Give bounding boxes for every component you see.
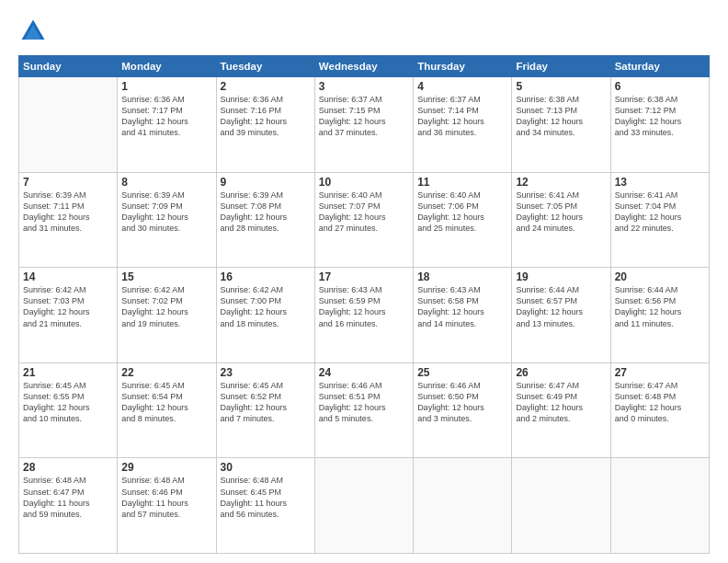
calendar-cell: 28Sunrise: 6:48 AM Sunset: 6:47 PM Dayli…	[19, 458, 118, 554]
day-number: 13	[615, 176, 705, 189]
logo-icon	[18, 17, 48, 46]
day-number: 11	[417, 176, 507, 189]
day-info: Sunrise: 6:48 AM Sunset: 6:45 PM Dayligh…	[221, 475, 311, 520]
day-number: 19	[516, 270, 606, 283]
day-info: Sunrise: 6:45 AM Sunset: 6:54 PM Dayligh…	[121, 380, 211, 425]
calendar-cell: 25Sunrise: 6:46 AM Sunset: 6:50 PM Dayli…	[414, 362, 512, 458]
day-info: Sunrise: 6:41 AM Sunset: 7:05 PM Dayligh…	[516, 190, 606, 235]
day-info: Sunrise: 6:48 AM Sunset: 6:47 PM Dayligh…	[23, 475, 113, 520]
day-info: Sunrise: 6:40 AM Sunset: 7:06 PM Dayligh…	[417, 190, 507, 235]
weekday-header-tuesday: Tuesday	[216, 56, 314, 77]
calendar-cell	[414, 458, 512, 554]
calendar-cell	[19, 77, 118, 173]
day-number: 4	[417, 80, 507, 93]
calendar-cell	[610, 458, 709, 554]
calendar-cell: 6Sunrise: 6:38 AM Sunset: 7:12 PM Daylig…	[610, 77, 709, 173]
page: SundayMondayTuesdayWednesdayThursdayFrid…	[0, 0, 728, 563]
day-info: Sunrise: 6:44 AM Sunset: 6:56 PM Dayligh…	[615, 284, 705, 329]
calendar-cell: 24Sunrise: 6:46 AM Sunset: 6:51 PM Dayli…	[314, 362, 413, 458]
calendar-cell: 16Sunrise: 6:42 AM Sunset: 7:00 PM Dayli…	[216, 268, 314, 363]
day-number: 9	[221, 176, 311, 189]
day-number: 29	[121, 461, 211, 474]
day-info: Sunrise: 6:39 AM Sunset: 7:08 PM Dayligh…	[221, 190, 311, 235]
calendar-cell: 9Sunrise: 6:39 AM Sunset: 7:08 PM Daylig…	[216, 172, 314, 268]
calendar-cell: 4Sunrise: 6:37 AM Sunset: 7:14 PM Daylig…	[414, 77, 512, 173]
day-number: 10	[319, 176, 409, 189]
calendar-cell: 11Sunrise: 6:40 AM Sunset: 7:06 PM Dayli…	[414, 172, 512, 268]
day-number: 8	[121, 176, 211, 189]
calendar-cell: 5Sunrise: 6:38 AM Sunset: 7:13 PM Daylig…	[512, 77, 610, 173]
weekday-header-sunday: Sunday	[19, 56, 118, 77]
day-info: Sunrise: 6:42 AM Sunset: 7:00 PM Dayligh…	[221, 284, 311, 329]
day-info: Sunrise: 6:43 AM Sunset: 6:59 PM Dayligh…	[319, 284, 409, 329]
calendar-cell: 19Sunrise: 6:44 AM Sunset: 6:57 PM Dayli…	[512, 268, 610, 363]
calendar-cell: 26Sunrise: 6:47 AM Sunset: 6:49 PM Dayli…	[512, 362, 610, 458]
calendar-cell: 29Sunrise: 6:48 AM Sunset: 6:46 PM Dayli…	[118, 458, 216, 554]
day-info: Sunrise: 6:38 AM Sunset: 7:12 PM Dayligh…	[615, 94, 705, 139]
calendar-cell: 3Sunrise: 6:37 AM Sunset: 7:15 PM Daylig…	[314, 77, 413, 173]
day-number: 23	[221, 366, 311, 379]
calendar-cell: 21Sunrise: 6:45 AM Sunset: 6:55 PM Dayli…	[19, 362, 118, 458]
day-number: 30	[221, 461, 311, 474]
day-info: Sunrise: 6:44 AM Sunset: 6:57 PM Dayligh…	[516, 284, 606, 329]
day-number: 17	[319, 270, 409, 283]
calendar-cell: 23Sunrise: 6:45 AM Sunset: 6:52 PM Dayli…	[216, 362, 314, 458]
calendar-cell: 12Sunrise: 6:41 AM Sunset: 7:05 PM Dayli…	[512, 172, 610, 268]
day-number: 2	[221, 80, 311, 93]
calendar-cell: 7Sunrise: 6:39 AM Sunset: 7:11 PM Daylig…	[19, 172, 118, 268]
day-info: Sunrise: 6:39 AM Sunset: 7:09 PM Dayligh…	[121, 190, 211, 235]
header	[18, 17, 710, 46]
day-info: Sunrise: 6:46 AM Sunset: 6:50 PM Dayligh…	[417, 380, 507, 425]
weekday-header-monday: Monday	[118, 56, 216, 77]
day-info: Sunrise: 6:41 AM Sunset: 7:04 PM Dayligh…	[615, 190, 705, 235]
calendar-week-row: 28Sunrise: 6:48 AM Sunset: 6:47 PM Dayli…	[19, 458, 710, 554]
calendar-cell: 27Sunrise: 6:47 AM Sunset: 6:48 PM Dayli…	[610, 362, 709, 458]
day-info: Sunrise: 6:42 AM Sunset: 7:02 PM Dayligh…	[121, 284, 211, 329]
day-number: 6	[615, 80, 705, 93]
day-number: 18	[417, 270, 507, 283]
day-number: 1	[121, 80, 211, 93]
day-number: 5	[516, 80, 606, 93]
day-number: 22	[121, 366, 211, 379]
calendar-cell: 17Sunrise: 6:43 AM Sunset: 6:59 PM Dayli…	[314, 268, 413, 363]
weekday-header-wednesday: Wednesday	[314, 56, 413, 77]
day-number: 7	[23, 176, 113, 189]
calendar-cell: 18Sunrise: 6:43 AM Sunset: 6:58 PM Dayli…	[414, 268, 512, 363]
day-info: Sunrise: 6:37 AM Sunset: 7:14 PM Dayligh…	[417, 94, 507, 139]
day-number: 25	[417, 366, 507, 379]
weekday-header-saturday: Saturday	[610, 56, 709, 77]
day-number: 24	[319, 366, 409, 379]
calendar-cell: 15Sunrise: 6:42 AM Sunset: 7:02 PM Dayli…	[118, 268, 216, 363]
calendar-cell: 2Sunrise: 6:36 AM Sunset: 7:16 PM Daylig…	[216, 77, 314, 173]
calendar-cell: 10Sunrise: 6:40 AM Sunset: 7:07 PM Dayli…	[314, 172, 413, 268]
day-info: Sunrise: 6:43 AM Sunset: 6:58 PM Dayligh…	[417, 284, 507, 329]
calendar-cell: 14Sunrise: 6:42 AM Sunset: 7:03 PM Dayli…	[19, 268, 118, 363]
day-number: 12	[516, 176, 606, 189]
day-number: 20	[615, 270, 705, 283]
calendar-week-row: 14Sunrise: 6:42 AM Sunset: 7:03 PM Dayli…	[19, 268, 710, 363]
calendar-cell: 8Sunrise: 6:39 AM Sunset: 7:09 PM Daylig…	[118, 172, 216, 268]
day-info: Sunrise: 6:48 AM Sunset: 6:46 PM Dayligh…	[121, 475, 211, 520]
day-number: 21	[23, 366, 113, 379]
day-number: 27	[615, 366, 705, 379]
weekday-header-row: SundayMondayTuesdayWednesdayThursdayFrid…	[19, 56, 710, 77]
calendar-cell: 30Sunrise: 6:48 AM Sunset: 6:45 PM Dayli…	[216, 458, 314, 554]
logo	[18, 17, 51, 46]
weekday-header-friday: Friday	[512, 56, 610, 77]
calendar-cell	[512, 458, 610, 554]
day-number: 14	[23, 270, 113, 283]
calendar-cell	[314, 458, 413, 554]
calendar-cell: 1Sunrise: 6:36 AM Sunset: 7:17 PM Daylig…	[118, 77, 216, 173]
day-info: Sunrise: 6:46 AM Sunset: 6:51 PM Dayligh…	[319, 380, 409, 425]
day-info: Sunrise: 6:42 AM Sunset: 7:03 PM Dayligh…	[23, 284, 113, 329]
day-number: 15	[121, 270, 211, 283]
day-info: Sunrise: 6:47 AM Sunset: 6:49 PM Dayligh…	[516, 380, 606, 425]
calendar-cell: 22Sunrise: 6:45 AM Sunset: 6:54 PM Dayli…	[118, 362, 216, 458]
calendar-table: SundayMondayTuesdayWednesdayThursdayFrid…	[18, 55, 710, 554]
day-info: Sunrise: 6:36 AM Sunset: 7:16 PM Dayligh…	[221, 94, 311, 139]
day-info: Sunrise: 6:39 AM Sunset: 7:11 PM Dayligh…	[23, 190, 113, 235]
day-number: 28	[23, 461, 113, 474]
calendar-week-row: 1Sunrise: 6:36 AM Sunset: 7:17 PM Daylig…	[19, 77, 710, 173]
day-info: Sunrise: 6:45 AM Sunset: 6:55 PM Dayligh…	[23, 380, 113, 425]
day-info: Sunrise: 6:47 AM Sunset: 6:48 PM Dayligh…	[615, 380, 705, 425]
